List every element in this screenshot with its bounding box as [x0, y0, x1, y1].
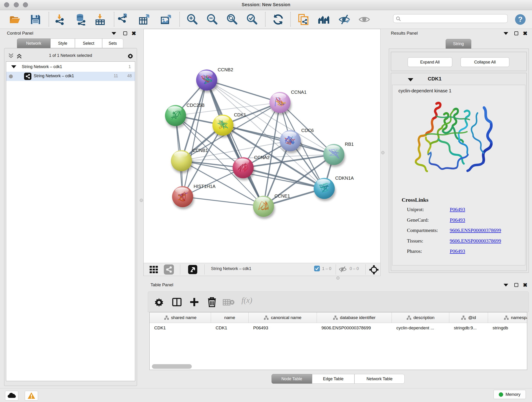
export-table-icon[interactable]: [138, 13, 150, 26]
expand-all-button[interactable]: Expand All: [408, 57, 452, 67]
crosslink-link-0[interactable]: P06493: [450, 206, 465, 212]
search-input[interactable]: [393, 14, 508, 23]
tab-network[interactable]: Network: [17, 38, 51, 48]
table-panel-title: Table Panel: [151, 282, 173, 287]
tab-node-table[interactable]: Node Table: [272, 374, 312, 384]
tab-edge-table[interactable]: Edge Table: [312, 374, 355, 384]
table-cell-6[interactable]: stringdb: [488, 323, 527, 333]
import-network-database-icon[interactable]: [75, 13, 87, 26]
control-panel-float-icon[interactable]: [123, 32, 127, 35]
table-cell-4[interactable]: cyclin-dependent ...: [392, 323, 449, 333]
import-network-file-icon[interactable]: [54, 13, 65, 26]
create-column-icon[interactable]: [189, 297, 199, 307]
zoom-fit-icon[interactable]: [226, 13, 238, 26]
help-icon[interactable]: ?: [515, 14, 526, 25]
birds-eye-view-icon[interactable]: [149, 265, 159, 274]
collection-row[interactable]: String Network – cdk1 1: [6, 63, 135, 72]
table-cell-0[interactable]: CDK1: [150, 323, 211, 333]
node-label-CCNA1: CCNA1: [291, 89, 307, 95]
right-splitter-handle[interactable]: [381, 151, 385, 154]
shared-column-icon: [264, 315, 269, 320]
zoom-in-icon[interactable]: [186, 13, 198, 26]
result-entry-detail: cyclin-dependent kinase 1: [392, 85, 525, 265]
collapse-all-button[interactable]: Collapse All: [461, 57, 509, 67]
delete-table-icon[interactable]: [223, 299, 234, 306]
shared-column-icon: [333, 315, 338, 320]
apply-layout-icon[interactable]: [272, 13, 284, 26]
shared-column-icon: [504, 315, 509, 320]
show-all-icon[interactable]: [358, 13, 370, 26]
table-panel-close-icon[interactable]: ✖: [523, 283, 527, 287]
zoom-selected-icon[interactable]: [246, 13, 258, 26]
memory-button[interactable]: Memory: [494, 390, 526, 399]
network-view-canvas[interactable]: CCNB2CCNA1CDC25BCDK1CDC6RB1CCNB1CCNA2CDK…: [143, 29, 380, 263]
export-network-icon[interactable]: [117, 13, 128, 26]
column-header-4[interactable]: description: [392, 313, 449, 323]
column-header-5[interactable]: @id: [449, 313, 488, 323]
tab-string[interactable]: String: [446, 39, 471, 49]
collection-expander-icon[interactable]: [11, 65, 16, 68]
control-panel-close-icon[interactable]: ✖: [132, 32, 136, 35]
node-CDC6[interactable]: CDC6: [280, 128, 314, 153]
delete-column-icon[interactable]: [207, 297, 217, 307]
column-label: shared name: [171, 315, 196, 320]
left-splitter-handle[interactable]: [140, 199, 143, 202]
zoom-out-icon[interactable]: [206, 13, 218, 26]
tab-sets[interactable]: Sets: [102, 38, 123, 48]
bottom-splitter-handle[interactable]: [336, 276, 340, 280]
column-label: database identifier: [340, 315, 375, 320]
network-share-icon[interactable]: [164, 264, 174, 274]
crosslink-link-2[interactable]: 9606.ENSP00000378699: [450, 227, 501, 233]
table-cell-2[interactable]: P06493: [249, 323, 317, 333]
column-header-6[interactable]: namespace: [488, 313, 527, 323]
results-panel-close-icon[interactable]: ✖: [523, 32, 527, 35]
table-cell-1[interactable]: CDK1: [211, 323, 249, 333]
export-image-icon[interactable]: [160, 13, 172, 26]
control-panel-menu-icon[interactable]: [112, 32, 116, 35]
center-view-icon[interactable]: [369, 265, 379, 274]
open-session-icon[interactable]: [9, 13, 21, 26]
table-options-gear-icon[interactable]: [154, 297, 164, 307]
column-header-2[interactable]: canonical name: [249, 313, 317, 323]
table-cell-5[interactable]: stringdb:9...: [449, 323, 488, 333]
selected-checkbox-icon[interactable]: [314, 266, 320, 271]
table-cell-3[interactable]: 9606.ENSP00000378699: [317, 323, 392, 333]
network-row-selected[interactable]: String Network – cdk1 11 48: [6, 72, 135, 81]
table-panel-menu-icon[interactable]: [504, 284, 508, 287]
cloud-button[interactable]: [5, 391, 18, 401]
node-CCNB2[interactable]: CCNB2: [196, 67, 233, 93]
column-header-0[interactable]: shared name: [150, 313, 211, 323]
network-graph: CCNB2CCNA1CDC25BCDK1CDC6RB1CCNB1CCNA2CDK…: [144, 29, 381, 263]
node-CCNA1[interactable]: CCNA1: [269, 89, 307, 115]
import-table-file-icon[interactable]: [94, 13, 106, 26]
network-options-gear-icon[interactable]: [127, 52, 134, 59]
column-header-3[interactable]: database identifier: [317, 313, 392, 323]
detach-view-icon[interactable]: [188, 265, 197, 274]
node-CCNE1[interactable]: CCNE1: [253, 193, 290, 219]
first-neighbors-icon[interactable]: [318, 13, 330, 26]
node-CDKN1A[interactable]: CDKN1A: [314, 176, 354, 201]
node-HIST1H1A[interactable]: HIST1H1A: [172, 184, 215, 209]
warning-button[interactable]: [25, 391, 38, 401]
table-panel-float-icon[interactable]: [514, 283, 518, 287]
save-session-icon[interactable]: [30, 13, 41, 26]
crosslink-link-1[interactable]: P06493: [450, 217, 465, 223]
node-label-CCNE1: CCNE1: [274, 193, 290, 198]
clone-network-icon[interactable]: [298, 13, 309, 26]
crosslink-link-4[interactable]: P06493: [450, 248, 465, 254]
hide-selected-icon[interactable]: [338, 13, 350, 26]
function-builder-icon[interactable]: f(x): [241, 296, 252, 305]
results-panel-menu-icon[interactable]: [504, 32, 508, 35]
selected-counter: 1 – 0: [322, 266, 331, 271]
results-panel-float-icon[interactable]: [514, 32, 518, 35]
node-RB1[interactable]: RB1: [323, 142, 354, 167]
crosslink-link-3[interactable]: 9606.ENSP00000378699: [450, 238, 501, 244]
column-header-1[interactable]: name: [211, 313, 249, 323]
table-horizontal-scrollbar[interactable]: [152, 364, 192, 369]
node-CDC25B[interactable]: CDC25B: [165, 103, 205, 128]
tab-select[interactable]: Select: [75, 38, 102, 48]
show-columns-icon[interactable]: [172, 297, 182, 307]
tab-network-table[interactable]: Network Table: [355, 374, 405, 384]
tab-style[interactable]: Style: [51, 38, 75, 48]
network-view-title: String Network – cdk1: [211, 266, 251, 271]
